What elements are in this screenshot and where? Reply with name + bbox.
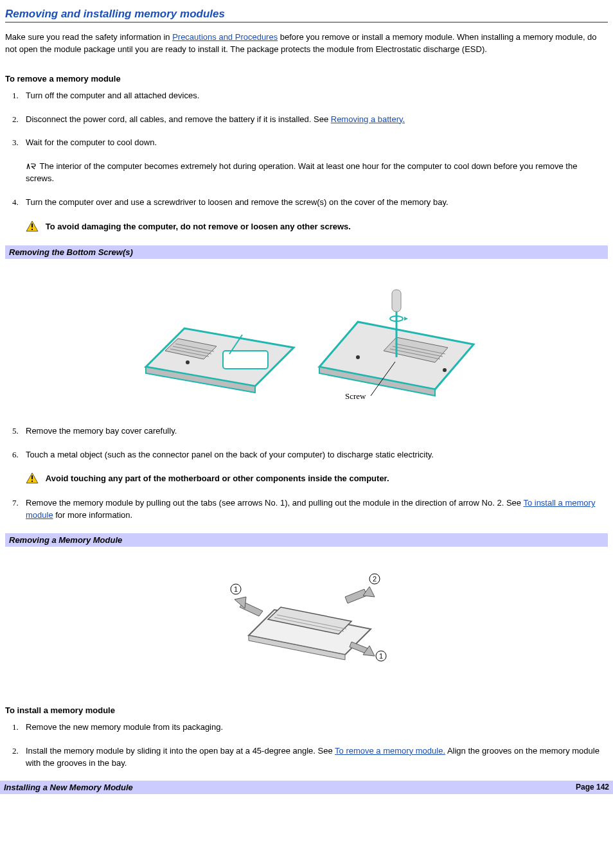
svg-rect-19 — [392, 290, 401, 312]
svg-marker-34 — [345, 589, 367, 603]
intro-text-prefix: Make sure you read the safety informatio… — [5, 32, 172, 42]
intro-paragraph: Make sure you read the safety informatio… — [5, 31, 608, 56]
screw-warning-text: To avoid damaging the computer, do not r… — [46, 222, 351, 231]
figure2-caption: Removing a Memory Module — [5, 533, 608, 547]
screw-diagram-image: Screw — [133, 270, 480, 405]
svg-point-22 — [443, 368, 447, 372]
svg-marker-20 — [404, 317, 408, 321]
warning-icon — [26, 220, 39, 234]
note-text: The interior of the computer becomes ext… — [26, 161, 577, 183]
screw-warning: To avoid damaging the computer, do not r… — [26, 220, 608, 234]
title-divider — [5, 22, 608, 22]
figure1-caption: Removing the Bottom Screw(s) — [5, 245, 608, 259]
remove-module-link[interactable]: To remove a memory module. — [335, 746, 445, 756]
remove-step-4: Turn the computer over and use a screwdr… — [21, 197, 608, 234]
note-icon — [26, 161, 37, 173]
footer-caption: Installing a New Memory Module — [4, 783, 133, 792]
precautions-link[interactable]: Precautions and Procedures — [172, 32, 278, 42]
step2-prefix: Disconnect the power cord, all cables, a… — [26, 114, 331, 124]
install-step2-prefix: Install the memory module by sliding it … — [26, 746, 335, 756]
motherboard-warning-text: Avoid touching any part of the motherboa… — [46, 474, 389, 483]
remove-step-3: Wait for the computer to cool down. The … — [21, 137, 608, 185]
step7-prefix: Remove the memory module by pulling out … — [26, 498, 523, 508]
step3-text: Wait for the computer to cool down. — [26, 137, 157, 147]
svg-rect-25 — [31, 475, 33, 479]
remove-step-5: Remove the memory bay cover carefully. — [21, 425, 608, 438]
remove-steps-list-continued: Remove the memory bay cover carefully. T… — [21, 425, 608, 522]
remove-step-6: Touch a metal object (such as the connec… — [21, 449, 608, 486]
install-heading: To install a memory module — [5, 705, 608, 715]
figure2-area: 1 2 1 — [5, 547, 608, 687]
remove-step-7: Remove the memory module by pulling out … — [21, 497, 608, 522]
cool-down-note: The interior of the computer becomes ext… — [26, 161, 608, 185]
svg-rect-26 — [31, 481, 33, 482]
page-number: Page 142 — [576, 783, 609, 792]
step4-text: Turn the computer over and use a screwdr… — [26, 197, 449, 207]
remove-step-1: Turn off the computer and all attached d… — [21, 90, 608, 102]
remove-heading: To remove a memory module — [5, 74, 608, 84]
svg-point-21 — [356, 355, 360, 359]
figure1-area: Screw — [5, 259, 608, 425]
step7-suffix: for more information. — [53, 510, 133, 520]
svg-rect-1 — [31, 224, 33, 227]
screw-label: Screw — [345, 391, 366, 401]
page-title: Removing and installing memory modules — [5, 8, 608, 21]
install-steps-list: Remove the new memory module from its pa… — [21, 722, 608, 770]
svg-point-9 — [186, 360, 190, 364]
svg-text:2: 2 — [373, 575, 377, 583]
memory-module-diagram-image: 1 2 1 — [223, 558, 390, 668]
install-step-2: Install the memory module by sliding it … — [21, 745, 608, 770]
footer-bar: Installing a New Memory Module Page 142 — [0, 781, 613, 794]
step6-text: Touch a metal object (such as the connec… — [26, 450, 434, 459]
svg-rect-2 — [31, 229, 33, 230]
svg-text:1: 1 — [379, 652, 383, 660]
remove-step-2: Disconnect the power cord, all cables, a… — [21, 114, 608, 126]
removing-battery-link[interactable]: Removing a battery. — [331, 114, 405, 124]
motherboard-warning: Avoid touching any part of the motherboa… — [26, 472, 608, 486]
warning-icon — [26, 472, 39, 486]
svg-text:1: 1 — [234, 585, 238, 593]
remove-steps-list: Turn off the computer and all attached d… — [21, 90, 608, 234]
install-step-1: Remove the new memory module from its pa… — [21, 722, 608, 734]
